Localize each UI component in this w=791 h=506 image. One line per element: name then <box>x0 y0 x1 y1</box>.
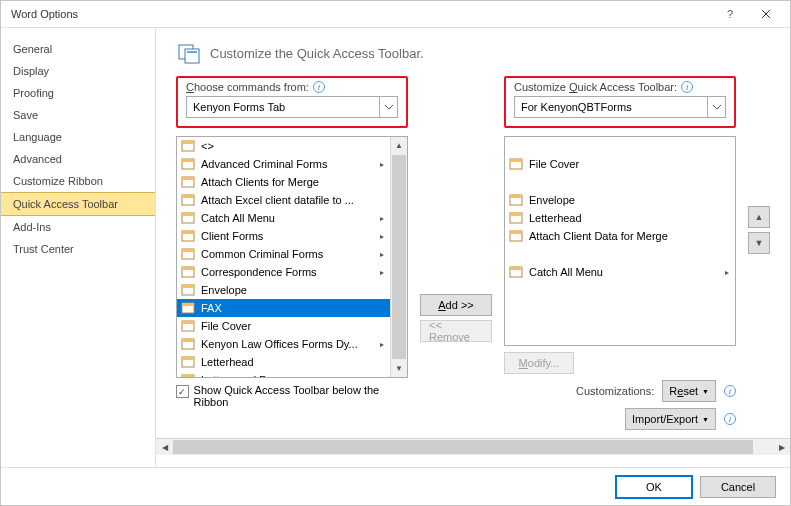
list-item[interactable]: Advanced Criminal Forms▸ <box>177 155 390 173</box>
list-item[interactable] <box>505 137 735 155</box>
modify-button[interactable]: Modify... <box>504 352 574 374</box>
info-icon[interactable]: i <box>724 385 736 397</box>
svg-rect-28 <box>182 357 194 360</box>
list-item[interactable]: Common Criminal Forms▸ <box>177 245 390 263</box>
cancel-button[interactable]: Cancel <box>700 476 776 498</box>
list-item[interactable]: Letterhead <box>177 353 390 371</box>
expand-icon: ▸ <box>723 268 735 277</box>
commands-listbox[interactable]: <>Advanced Criminal Forms▸Attach Clients… <box>176 136 408 378</box>
item-text: Correspondence Forms <box>197 266 378 278</box>
info-icon[interactable]: i <box>313 81 325 93</box>
qat-listbox[interactable]: File CoverEnvelopeLetterheadAttach Clien… <box>504 136 736 346</box>
sidebar-item-add-ins[interactable]: Add-Ins <box>1 216 155 238</box>
list-item[interactable] <box>505 245 735 263</box>
item-text: Client Forms <box>197 230 378 242</box>
sidebar-item-advanced[interactable]: Advanced <box>1 148 155 170</box>
svg-rect-10 <box>182 195 194 198</box>
item-icon <box>507 229 525 243</box>
panel-header: Customize the Quick Access Toolbar. <box>176 40 770 66</box>
sidebar-item-display[interactable]: Display <box>1 60 155 82</box>
customize-qat-combo[interactable]: For KenyonQBTForms <box>514 96 726 118</box>
list-item[interactable]: File Cover <box>505 155 735 173</box>
item-icon <box>179 193 197 207</box>
list-item[interactable]: Attach Clients for Merge <box>177 173 390 191</box>
list-item[interactable] <box>505 173 735 191</box>
chevron-down-icon <box>707 97 725 117</box>
sidebar-item-trust-center[interactable]: Trust Center <box>1 238 155 260</box>
item-icon <box>179 157 197 171</box>
item-text: Letters and Faxes <box>197 374 378 377</box>
svg-rect-18 <box>182 267 194 270</box>
list-item[interactable]: Attach Client Data for Merge <box>505 227 735 245</box>
close-button[interactable] <box>748 2 784 26</box>
svg-rect-4 <box>182 141 194 144</box>
sidebar-item-customize-ribbon[interactable]: Customize Ribbon <box>1 170 155 192</box>
list-item[interactable]: Letters and Faxes▸ <box>177 371 390 377</box>
qat-header-icon <box>176 40 202 66</box>
item-icon <box>179 319 197 333</box>
panel-header-text: Customize the Quick Access Toolbar. <box>210 46 424 61</box>
list-item[interactable] <box>505 281 735 299</box>
list-item[interactable]: Envelope <box>177 281 390 299</box>
list-item[interactable]: File Cover <box>177 317 390 335</box>
list-item[interactable]: Catch All Menu▸ <box>505 263 735 281</box>
item-icon <box>179 355 197 369</box>
list-item[interactable]: Catch All Menu▸ <box>177 209 390 227</box>
ok-button[interactable]: OK <box>616 476 692 498</box>
svg-rect-14 <box>182 231 194 234</box>
show-qat-below-ribbon-row[interactable]: ✓ Show Quick Access Toolbar below the Ri… <box>176 384 408 408</box>
item-icon <box>179 247 197 261</box>
sidebar-item-qat[interactable]: Quick Access Toolbar <box>1 192 155 216</box>
scroll-right-icon[interactable]: ▶ <box>773 439 790 455</box>
info-icon[interactable]: i <box>681 81 693 93</box>
add-button[interactable]: AAdd >>dd >> <box>420 294 492 316</box>
scroll-up-icon[interactable]: ▲ <box>391 137 407 154</box>
svg-rect-24 <box>182 321 194 324</box>
item-text: File Cover <box>197 320 378 332</box>
list-item[interactable]: Correspondence Forms▸ <box>177 263 390 281</box>
list-item[interactable]: Letterhead <box>505 209 735 227</box>
sidebar-item-proofing[interactable]: Proofing <box>1 82 155 104</box>
list-item[interactable]: Envelope <box>505 191 735 209</box>
item-text: Kenyon Law Offices Forms Dy... <box>197 338 378 350</box>
word-options-window: Word Options ? General Display Proofing … <box>0 0 791 506</box>
right-column: Customize Quick Access Toolbar: i For Ke… <box>504 76 736 430</box>
svg-rect-38 <box>510 231 522 234</box>
window-title: Word Options <box>11 8 712 20</box>
sidebar-item-save[interactable]: Save <box>1 104 155 126</box>
svg-rect-16 <box>182 249 194 252</box>
checkbox-icon[interactable]: ✓ <box>176 385 189 398</box>
list-item[interactable]: Client Forms▸ <box>177 227 390 245</box>
move-up-button[interactable]: ▲ <box>748 206 770 228</box>
scroll-thumb[interactable] <box>392 155 406 359</box>
help-button[interactable]: ? <box>712 2 748 26</box>
expand-icon: ▸ <box>378 376 390 378</box>
svg-rect-20 <box>182 285 194 288</box>
list-item[interactable]: Kenyon Law Offices Forms Dy...▸ <box>177 335 390 353</box>
svg-rect-8 <box>182 177 194 180</box>
customize-qat-highlight: Customize Quick Access Toolbar: i For Ke… <box>504 76 736 128</box>
import-export-button[interactable]: Import/Export▼ <box>625 408 716 430</box>
scroll-thumb[interactable] <box>173 440 753 454</box>
sidebar-item-general[interactable]: General <box>1 38 155 60</box>
list-item[interactable]: Attach Excel client datafile to ... <box>177 191 390 209</box>
item-icon <box>507 211 525 225</box>
scroll-left-icon[interactable]: ◀ <box>156 439 173 455</box>
svg-rect-12 <box>182 213 194 216</box>
svg-rect-36 <box>510 213 522 216</box>
list-item[interactable]: <> <box>177 137 390 155</box>
choose-commands-combo[interactable]: Kenyon Forms Tab <box>186 96 398 118</box>
horizontal-scrollbar[interactable]: ◀ ▶ <box>156 438 790 455</box>
item-text: FAX <box>197 302 378 314</box>
info-icon[interactable]: i <box>724 413 736 425</box>
scroll-down-icon[interactable]: ▼ <box>391 360 407 377</box>
sidebar-item-language[interactable]: Language <box>1 126 155 148</box>
remove-button[interactable]: << Remove <box>420 320 492 342</box>
reset-button[interactable]: Reset▼ <box>662 380 716 402</box>
dialog-body: General Display Proofing Save Language A… <box>1 28 790 467</box>
list-item[interactable]: FAX <box>177 299 390 317</box>
item-text: Letterhead <box>525 212 723 224</box>
move-down-button[interactable]: ▼ <box>748 232 770 254</box>
left-column: Choose commands from: i Kenyon Forms Tab… <box>176 76 408 430</box>
scrollbar[interactable]: ▲ ▼ <box>390 137 407 377</box>
